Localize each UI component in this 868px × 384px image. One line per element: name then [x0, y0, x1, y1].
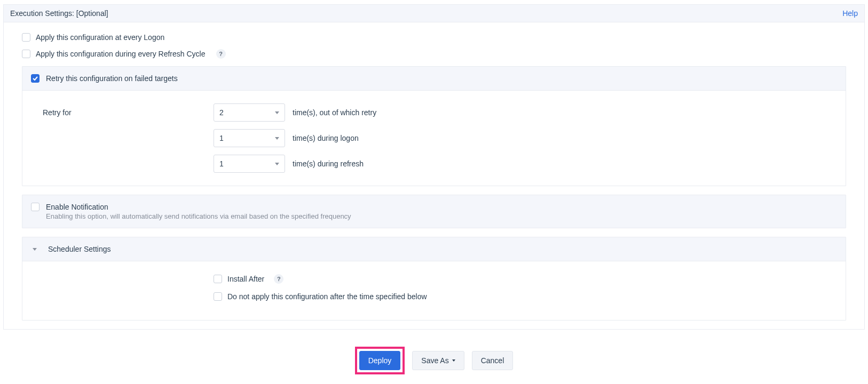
save-as-label: Save As: [421, 356, 448, 365]
no-apply-label: Do not apply this configuration after th…: [227, 292, 427, 301]
notification-header: Enable Notification Enabling this option…: [22, 195, 846, 228]
save-as-button[interactable]: Save As: [412, 351, 464, 370]
apply-logon-label: Apply this configuration at every Logon: [36, 33, 164, 42]
scheduler-header[interactable]: Scheduler Settings: [22, 237, 846, 261]
retry-logon-select[interactable]: 1: [214, 129, 285, 147]
retry-logon-suffix: time(s) during logon: [293, 134, 359, 142]
retry-total-select[interactable]: 2: [214, 103, 285, 122]
chevron-down-icon: [452, 359, 455, 362]
retry-checkbox[interactable]: [31, 74, 40, 83]
apply-refresh-checkbox[interactable]: [22, 50, 30, 58]
scheduler-title: Scheduler Settings: [48, 245, 111, 253]
retry-total-value: 2: [219, 108, 224, 117]
deploy-highlight: Deploy: [355, 347, 405, 374]
install-after-label: Install After: [227, 275, 264, 283]
help-icon[interactable]: ?: [216, 49, 226, 59]
chevron-down-icon: [275, 163, 279, 165]
notification-title: Enable Notification: [46, 203, 351, 211]
retry-for-label: Retry for: [43, 108, 214, 117]
apply-refresh-row: Apply this configuration during every Re…: [22, 49, 846, 59]
apply-logon-row: Apply this configuration at every Logon: [22, 33, 846, 42]
help-link[interactable]: Help: [842, 9, 858, 18]
action-footer: Deploy Save As Cancel: [0, 330, 868, 384]
chevron-down-icon: [275, 111, 279, 114]
retry-label: Retry this configuration on failed targe…: [46, 74, 178, 83]
deploy-button[interactable]: Deploy: [359, 351, 401, 370]
retry-panel-header: Retry this configuration on failed targe…: [22, 67, 846, 91]
retry-logon-value: 1: [219, 134, 224, 142]
notification-subtitle: Enabling this option, will automatically…: [46, 212, 351, 220]
no-apply-checkbox[interactable]: [214, 292, 222, 301]
retry-total-suffix: time(s), out of which retry: [293, 108, 376, 117]
retry-panel: Retry this configuration on failed targe…: [22, 66, 846, 186]
retry-refresh-suffix: time(s) during refresh: [293, 159, 364, 168]
scheduler-panel: Scheduler Settings Install After ? Do: [22, 237, 846, 321]
notification-checkbox[interactable]: [31, 203, 40, 211]
notification-panel: Enable Notification Enabling this option…: [22, 195, 846, 228]
install-after-checkbox[interactable]: [214, 275, 222, 283]
apply-logon-checkbox[interactable]: [22, 33, 30, 42]
execution-settings-header: Execution Settings: [Optional] Help: [3, 4, 865, 22]
retry-refresh-select[interactable]: 1: [214, 155, 285, 173]
chevron-down-icon: [31, 248, 38, 251]
apply-refresh-label: Apply this configuration during every Re…: [36, 50, 206, 58]
cancel-button[interactable]: Cancel: [472, 351, 514, 370]
help-icon[interactable]: ?: [274, 274, 283, 284]
chevron-down-icon: [275, 137, 279, 140]
section-title: Execution Settings: [Optional]: [10, 9, 108, 18]
retry-refresh-value: 1: [219, 159, 224, 168]
